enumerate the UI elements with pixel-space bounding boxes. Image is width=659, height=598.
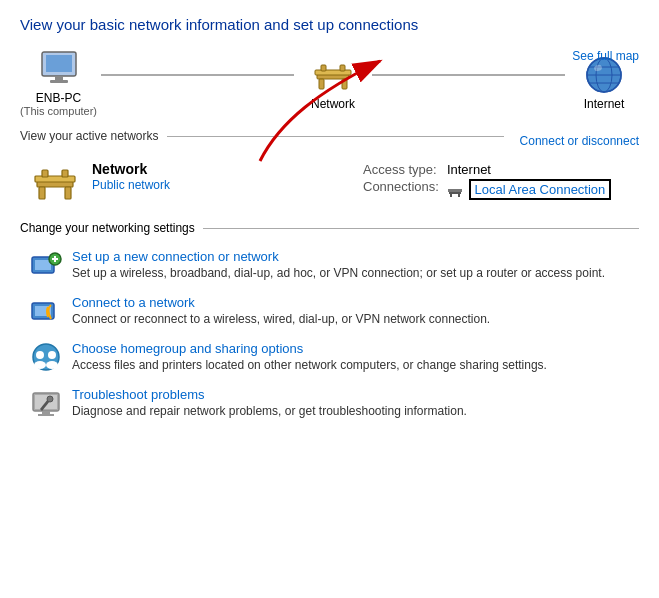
network-name: Network bbox=[92, 161, 359, 177]
computer-icon bbox=[35, 49, 83, 89]
svg-rect-21 bbox=[42, 170, 48, 177]
network-access: Access type: Internet Connections: Local… bbox=[359, 161, 639, 201]
bench-icon bbox=[309, 55, 357, 95]
page-title: View your basic network information and … bbox=[20, 16, 639, 33]
connections-value-cell: Local Area Connection bbox=[443, 178, 615, 201]
connect-content: Connect to a network Connect or reconnec… bbox=[72, 295, 490, 326]
svg-rect-6 bbox=[342, 79, 347, 89]
svg-rect-22 bbox=[62, 170, 68, 177]
new-connection-icon bbox=[30, 249, 62, 281]
settings-item-troubleshoot: Troubleshoot problems Diagnose and repai… bbox=[20, 387, 639, 419]
network-info-row: Network Public network Access type: Inte… bbox=[20, 161, 639, 201]
svg-rect-26 bbox=[448, 189, 462, 192]
map-node-internet: Internet bbox=[569, 55, 639, 111]
svg-rect-18 bbox=[39, 187, 45, 199]
local-area-connection-link[interactable]: Local Area Connection bbox=[469, 179, 612, 200]
troubleshoot-content: Troubleshoot problems Diagnose and repai… bbox=[72, 387, 467, 418]
svg-point-37 bbox=[48, 351, 56, 359]
svg-rect-19 bbox=[65, 187, 71, 199]
settings-item-homegroup: Choose homegroup and sharing options Acc… bbox=[20, 341, 639, 373]
map-node-network-label: Network bbox=[311, 97, 355, 111]
new-connection-content: Set up a new connection or network Set u… bbox=[72, 249, 605, 280]
access-type-label: Access type: bbox=[359, 161, 443, 178]
svg-rect-7 bbox=[315, 70, 351, 75]
settings-item-new-connection: Set up a new connection or network Set u… bbox=[20, 249, 639, 281]
troubleshoot-link[interactable]: Troubleshoot problems bbox=[72, 387, 467, 402]
homegroup-link[interactable]: Choose homegroup and sharing options bbox=[72, 341, 547, 356]
connection-icon bbox=[447, 183, 463, 199]
change-settings-header: Change your networking settings bbox=[20, 221, 639, 235]
map-line-1 bbox=[101, 74, 294, 76]
svg-rect-8 bbox=[321, 65, 326, 71]
svg-point-44 bbox=[47, 396, 53, 402]
svg-rect-29 bbox=[35, 260, 51, 270]
homegroup-icon bbox=[30, 341, 62, 373]
connect-icon bbox=[30, 295, 62, 327]
svg-rect-1 bbox=[46, 55, 72, 72]
network-bench-icon bbox=[30, 161, 80, 201]
map-line-2 bbox=[372, 74, 565, 76]
network-details: Network Public network bbox=[92, 161, 359, 192]
svg-rect-2 bbox=[55, 76, 63, 80]
svg-rect-20 bbox=[35, 176, 75, 182]
troubleshoot-desc: Diagnose and repair network problems, or… bbox=[72, 404, 467, 418]
svg-rect-43 bbox=[38, 414, 54, 416]
see-full-map-link[interactable]: See full map bbox=[572, 49, 639, 63]
svg-point-39 bbox=[46, 361, 58, 369]
svg-rect-9 bbox=[340, 65, 345, 71]
change-settings-section: Change your networking settings Set up a… bbox=[20, 221, 639, 419]
connect-link[interactable]: Connect to a network bbox=[72, 295, 490, 310]
svg-point-38 bbox=[34, 361, 46, 369]
connect-disconnect-link[interactable]: Connect or disconnect bbox=[520, 134, 639, 148]
connections-label: Connections: bbox=[359, 178, 443, 201]
map-node-computer-sublabel: (This computer) bbox=[20, 105, 97, 117]
network-type-link[interactable]: Public network bbox=[92, 178, 170, 192]
new-connection-desc: Set up a wireless, broadband, dial-up, a… bbox=[72, 266, 605, 280]
active-networks-header: View your active networks Connect or dis… bbox=[20, 129, 639, 153]
map-node-network: Network bbox=[298, 55, 368, 111]
connect-desc: Connect or reconnect to a wireless, wire… bbox=[72, 312, 490, 326]
svg-rect-3 bbox=[50, 80, 68, 83]
map-node-computer: ENB-PC (This computer) bbox=[20, 49, 97, 117]
map-node-computer-label: ENB-PC bbox=[36, 91, 81, 105]
homegroup-content: Choose homegroup and sharing options Acc… bbox=[72, 341, 547, 372]
active-networks-label: View your active networks bbox=[20, 129, 504, 143]
troubleshoot-icon bbox=[30, 387, 62, 419]
svg-rect-5 bbox=[319, 79, 324, 89]
map-node-internet-label: Internet bbox=[584, 97, 625, 111]
settings-item-connect: Connect to a network Connect or reconnec… bbox=[20, 295, 639, 327]
svg-rect-42 bbox=[42, 411, 50, 414]
new-connection-link[interactable]: Set up a new connection or network bbox=[72, 249, 605, 264]
svg-rect-24 bbox=[450, 194, 452, 197]
access-type-value: Internet bbox=[443, 161, 615, 178]
homegroup-desc: Access files and printers located on oth… bbox=[72, 358, 547, 372]
svg-point-36 bbox=[36, 351, 44, 359]
network-map: ENB-PC (This computer) Network bbox=[20, 49, 639, 117]
svg-rect-25 bbox=[458, 194, 460, 197]
